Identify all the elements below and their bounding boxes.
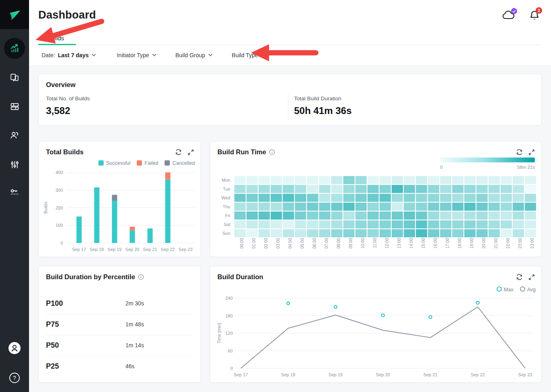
x-tick-label: Sep 18: [90, 247, 104, 252]
heatmap-row-label: Sun: [215, 229, 234, 237]
heatmap-column-label: 03:00: [274, 238, 282, 259]
legend-item[interactable]: Failed: [137, 160, 158, 166]
heatmap-row-label: Thu: [215, 203, 234, 211]
heatmap-cell: [307, 194, 318, 202]
legend-item[interactable]: Max: [497, 286, 513, 292]
percentile-row: P75 1m 48s: [46, 314, 193, 335]
sidebar-help[interactable]: ?: [0, 367, 29, 388]
stat-label: Total No. of Builds: [46, 95, 90, 102]
heatmap-cell: [464, 185, 476, 193]
heatmap-cell: [246, 229, 258, 237]
sidebar-item-credentials[interactable]: [0, 182, 29, 203]
line-chart-legend: MaxAvg: [497, 286, 536, 292]
refresh-button[interactable]: [516, 149, 523, 156]
heatmap-cell: [283, 185, 294, 193]
cloud-status-button[interactable]: [502, 10, 516, 21]
heatmap-column-label: 07:00: [322, 238, 330, 259]
y-tick-label: 200: [56, 205, 63, 210]
legend-item[interactable]: Avg: [520, 286, 536, 292]
heatmap-cell: [380, 203, 391, 211]
heatmap-cell: [246, 194, 258, 202]
heatmap-cell: [476, 220, 488, 228]
heatmap-cell: [416, 203, 427, 211]
total-builds-card: Total Builds SuccessfulFailedCancelled 0…: [38, 141, 201, 257]
expand-button[interactable]: [528, 149, 535, 156]
heatmap-cell: [259, 203, 270, 211]
heatmap-cell: [380, 220, 391, 228]
heatmap-cell: [501, 185, 512, 193]
overview-title: Overview: [46, 81, 75, 89]
refresh-button[interactable]: [175, 149, 182, 156]
heatmap-cell: [367, 185, 379, 193]
heatmap-cell: [283, 229, 294, 237]
sidebar-avatar[interactable]: [0, 338, 29, 359]
apps-devices-icon: [10, 73, 20, 83]
expand-button[interactable]: [528, 274, 535, 280]
heatmap-cell: [452, 203, 463, 211]
heatmap-cell: [283, 194, 294, 202]
heatmap-cell: [392, 212, 403, 220]
heatmap-column-label: 02:00: [262, 238, 270, 259]
tab-builds[interactable]: Builds: [38, 31, 73, 45]
heatmap-cell: [307, 212, 318, 220]
heatmap-cell: [440, 176, 451, 184]
expand-button[interactable]: [188, 149, 194, 156]
heatmap-column-label: 19:00: [468, 238, 476, 259]
heatmap-cell: [283, 212, 294, 220]
heatmap-cell: [331, 194, 342, 202]
heatmap-cell: [464, 212, 476, 220]
sidebar-item-insights[interactable]: [0, 38, 29, 59]
chevron-down-icon: [152, 54, 157, 56]
heatmap-cell: [367, 229, 379, 237]
heatmap-cell: [319, 185, 330, 193]
heatmap-column-label: 05:00: [298, 238, 306, 259]
brand-logo[interactable]: [0, 0, 29, 29]
heatmap-column-label: 23:00: [528, 238, 536, 259]
heatmap-cell: [392, 185, 403, 193]
y-axis-title: Builds: [43, 201, 48, 214]
heatmap-cell: [246, 176, 258, 184]
heatmap-column-label: 14:00: [407, 238, 415, 259]
legend-item[interactable]: Successful: [98, 160, 130, 166]
heatmap-cell: [488, 220, 500, 228]
heatmap-cell: [404, 212, 415, 220]
svg-text:?: ?: [13, 375, 16, 381]
heatmap-cell: [392, 229, 403, 237]
chevron-down-icon: [92, 54, 96, 56]
refresh-icon: [516, 149, 523, 156]
heatmap-cell: [319, 203, 330, 211]
heatmap-cell: [234, 194, 246, 202]
heatmap-legend-min: 0: [440, 165, 442, 170]
heatmap-cell: [331, 229, 342, 237]
filter-initiator-type[interactable]: Initiator Type: [117, 52, 157, 58]
filter-build-type[interactable]: Build Type: [232, 52, 265, 58]
refresh-button[interactable]: [516, 274, 523, 280]
bar-segment-successful: [94, 187, 100, 243]
heatmap-cell: [404, 176, 415, 184]
stat-value: 3,582: [46, 105, 90, 116]
x-tick-label: Sep 21: [143, 247, 157, 252]
build-duration-chart: 060120180240Sep 17Sep 18Sep 19Sep 20Sep …: [210, 292, 541, 382]
heatmap-cell: [440, 203, 451, 211]
info-icon[interactable]: [138, 274, 144, 280]
heatmap-column-label: 21:00: [492, 238, 500, 259]
filter-date[interactable]: Date: Last 7 days: [42, 52, 96, 58]
sidebar-item-apps[interactable]: [0, 67, 29, 88]
notifications-button[interactable]: 2: [529, 10, 540, 21]
sidebar-item-settings[interactable]: [0, 154, 29, 175]
heatmap-cell: [295, 212, 306, 220]
heatmap-cell: [307, 229, 318, 237]
info-icon[interactable]: [269, 149, 275, 155]
bar-segment-cancelled: [112, 195, 117, 201]
total-builds-title: Total Builds: [46, 148, 83, 156]
y-tick-label: 0: [230, 366, 233, 371]
percentile-row: P25 46s: [46, 356, 193, 377]
sidebar-item-dashboards[interactable]: [0, 96, 29, 117]
heatmap-cell: [319, 176, 330, 184]
legend-item[interactable]: Cancelled: [165, 160, 195, 166]
sidebar-item-members[interactable]: [0, 125, 29, 146]
filter-build-group[interactable]: Build Group: [175, 52, 213, 58]
y-tick-label: 0: [61, 241, 63, 245]
max-marker: [287, 302, 290, 305]
percentile-label: P75: [46, 320, 125, 329]
